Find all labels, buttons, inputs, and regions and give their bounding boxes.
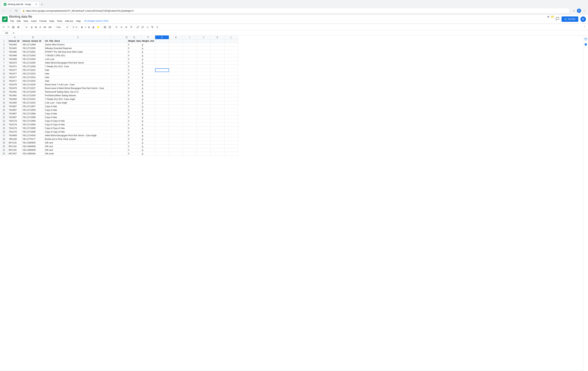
cell-l12[interactable] (224, 79, 238, 83)
row-number[interactable]: 12 (0, 79, 8, 83)
comment-button[interactable] (140, 25, 145, 30)
cell-a3[interactable]: 7913465 (8, 47, 22, 50)
cell-b10[interactable]: !!ID:12712023 (22, 72, 44, 76)
cell-f17[interactable]: g (141, 97, 155, 101)
cell-b27[interactable]: !!ID:12714034 (22, 134, 44, 137)
cell-h32[interactable] (169, 152, 183, 155)
cell-j2[interactable] (197, 43, 210, 47)
cell-j26[interactable] (197, 130, 210, 134)
merge-cells-button[interactable] (107, 25, 112, 30)
cell-i17[interactable] (183, 97, 197, 101)
cell-j15[interactable] (197, 90, 210, 94)
cell-d2[interactable] (112, 43, 127, 47)
cell-a26[interactable]: 7914178 (8, 130, 22, 134)
cell-d27[interactable] (112, 134, 127, 137)
cell-a13[interactable]: 7913478 (8, 83, 22, 86)
cell-d30[interactable] (112, 145, 127, 148)
cell-l31[interactable] (224, 148, 238, 152)
currency-button[interactable]: $ (30, 25, 33, 30)
cell-d14[interactable] (112, 86, 127, 90)
cell-e17[interactable]: 0 (127, 97, 141, 101)
text-color-button[interactable]: A (91, 25, 95, 30)
cell-i13[interactable] (183, 83, 197, 86)
cell-i3[interactable] (183, 47, 197, 50)
cell-a29[interactable]: 8971181 (8, 141, 22, 145)
cell-h4[interactable] (169, 50, 183, 54)
cell-g31[interactable] (155, 148, 169, 152)
cell-f13[interactable]: g (141, 83, 155, 86)
cell-k32[interactable] (210, 152, 224, 155)
cell-l6[interactable] (224, 57, 238, 61)
row-number[interactable]: 1 (0, 39, 8, 43)
cell-f18[interactable]: g (141, 101, 155, 105)
cell-b22[interactable]: !!ID:12712699 (22, 116, 44, 119)
cell-h14[interactable] (169, 86, 183, 90)
menu-insert[interactable]: Insert (30, 19, 38, 23)
cell-b14[interactable]: !!ID:12712027 (22, 86, 44, 90)
cell-h11[interactable] (169, 76, 183, 79)
cell-h28[interactable] (169, 137, 183, 141)
cell-e1[interactable]: Weight_Value (127, 39, 141, 43)
cell-g28[interactable] (155, 137, 169, 141)
cell-c12[interactable]: Hats (44, 79, 112, 83)
cell-f8[interactable]: g (141, 65, 155, 68)
cell-c10[interactable]: Hats (44, 72, 112, 76)
cell-b16[interactable]: !!ID:12712030 (22, 94, 44, 97)
cell-e15[interactable]: 0 (127, 90, 141, 94)
cell-l11[interactable] (224, 76, 238, 79)
row-number[interactable]: 7 (0, 61, 8, 65)
cell-k3[interactable] (210, 47, 224, 50)
cell-l18[interactable] (224, 101, 238, 105)
check-icon[interactable] (584, 42, 588, 47)
cell-l23[interactable] (224, 119, 238, 123)
cell-k25[interactable] (210, 126, 224, 130)
cell-b6[interactable]: !!ID:12712004 (22, 57, 44, 61)
cell-d21[interactable] (112, 112, 127, 116)
cell-i24[interactable] (183, 123, 197, 126)
cell-i30[interactable] (183, 145, 197, 148)
cell-b15[interactable]: !!ID:12712029 (22, 90, 44, 94)
cell-c15[interactable]: Ravenscroft Tasting Glass, Set of 12 (44, 90, 112, 94)
cell-i23[interactable] (183, 119, 197, 123)
cell-c32[interactable]: Gift cards (44, 152, 112, 155)
cell-j31[interactable] (197, 148, 210, 152)
cell-i5[interactable] (183, 54, 197, 57)
menu-add-ons[interactable]: Add-ons (63, 19, 75, 23)
menu-view[interactable]: View (22, 19, 30, 23)
row-number[interactable]: 29 (0, 141, 8, 145)
cell-j12[interactable] (197, 79, 210, 83)
cell-g29[interactable] (155, 141, 169, 145)
cell-f22[interactable]: g (141, 116, 155, 119)
cell-k21[interactable] (210, 112, 224, 116)
zoom-selector[interactable]: 100% (23, 25, 28, 30)
col-header-g[interactable]: G (155, 35, 169, 39)
cell-g8[interactable] (155, 65, 169, 68)
menu-edit[interactable]: Edit (15, 19, 22, 23)
cell-d20[interactable] (112, 108, 127, 112)
cell-k8[interactable] (210, 65, 224, 68)
cell-j27[interactable] (197, 134, 210, 137)
cell-h25[interactable] (169, 126, 183, 130)
cell-j18[interactable] (197, 101, 210, 105)
document-title[interactable]: Working data file (9, 15, 546, 19)
cell-j25[interactable] (197, 126, 210, 130)
tab-close-button[interactable]: ✕ (35, 3, 37, 6)
cell-g13[interactable] (155, 83, 169, 86)
cell-g3[interactable] (155, 47, 169, 50)
cell-f1[interactable]: Weight_Unit (141, 39, 155, 43)
cell-l28[interactable] (224, 137, 238, 141)
cell-e8[interactable]: 0 (127, 65, 141, 68)
cell-b2[interactable]: !!ID:12711999 (22, 43, 44, 47)
cell-h10[interactable] (169, 72, 183, 76)
cell-c21[interactable]: Copy of Hats (44, 112, 112, 116)
cell-b24[interactable]: !!ID:12713093 (22, 123, 44, 126)
cell-b25[interactable]: !!ID:12713095 (22, 126, 44, 130)
cell-f21[interactable]: g (141, 112, 155, 116)
cell-g26[interactable] (155, 130, 169, 134)
cell-e3[interactable]: 0 (127, 47, 141, 50)
cell-reference-input[interactable] (1, 31, 12, 35)
cell-c8[interactable]: 7 Deadly Zins 2011 -Case (44, 65, 112, 68)
cell-k17[interactable] (210, 97, 224, 101)
cell-a7[interactable]: 7913470 (8, 61, 22, 65)
cell-k15[interactable] (210, 90, 224, 94)
